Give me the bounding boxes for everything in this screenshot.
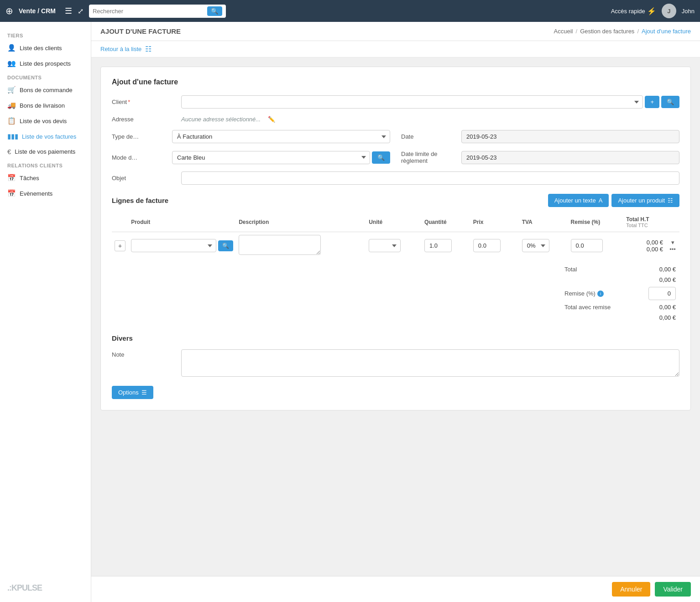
price-input[interactable] [473,239,501,252]
qty-input[interactable] [424,239,452,252]
row-chevron-down[interactable]: ▾ [669,239,677,245]
mode-search-button[interactable]: 🔍 [372,151,390,164]
breadcrumb: Accueil / Gestion des factures / Ajout d… [554,28,691,35]
date-group: Date [401,130,679,143]
th-unite: Unité [366,213,422,232]
mode-select[interactable]: Carte Bleu [172,151,370,164]
devis-icon: 📋 [7,117,16,125]
page-title: AJOUT D'UNE FACTURE [100,27,181,35]
valider-button[interactable]: Valider [655,582,691,597]
sidebar-item-liste-prospects[interactable]: 👥 Liste des prospects [0,56,91,71]
divers-section: Divers Note Options ☰ [112,334,679,399]
sidebar-section-relations: RELATIONS CLIENTS [0,159,91,170]
row-total-ttc: 0,00 € [626,246,663,253]
table-row: + 🔍 [112,232,679,259]
expand-icon[interactable]: ⤢ [78,7,84,16]
breadcrumb-sep-2: / [637,28,639,35]
total-remise-ttc-val: 0,00 € [633,313,679,322]
total-ht-val: 0,00 € [633,265,679,274]
client-select[interactable] [181,95,643,109]
taches-icon: 📅 [7,174,16,182]
search-input[interactable] [93,8,205,15]
date-label: Date [401,133,456,140]
sidebar-item-liste-devis[interactable]: 📋 Liste de vos devis [0,113,91,129]
note-textarea[interactable] [181,349,679,377]
th-description: Description [236,213,366,232]
product-select[interactable] [131,239,216,252]
paiements-icon: € [7,148,11,156]
total-label: Total [562,265,632,274]
adresse-label: Adresse [112,116,176,123]
client-icon: 👤 [7,44,16,52]
ajouter-texte-button[interactable]: Ajouter un texte A [548,194,609,207]
total-row: Total 0,00 € [562,265,679,274]
form-area: Ajout d'une facture Client* + 🔍 [91,57,700,576]
sidebar-item-bons-livraison[interactable]: 🚚 Bons de livraison [0,98,91,113]
remise-info-icon[interactable]: i [597,291,604,297]
back-link[interactable]: Retour à la liste [100,46,141,52]
footer-bar: Annuler Valider [91,576,700,602]
total-ttc-val: 0,00 € [633,275,679,285]
options-button[interactable]: Options ☰ [112,386,153,399]
remise-global-input[interactable] [648,287,676,300]
navbar-right: Accès rapide ⚡ J John [611,4,695,18]
row-more[interactable]: ••• [669,246,677,252]
list-icon: ☷ [145,45,151,53]
client-search-button[interactable]: 🔍 [661,96,679,108]
type-label: Type de… [112,133,167,140]
sidebar-label-liste-prospects: Liste des prospects [20,60,71,67]
texte-icon: A [599,197,603,204]
invoice-table: Produit Description Unité Quantité Prix … [112,213,679,259]
date-limite-group: Date limite de règlement [401,150,679,164]
sidebar-section-tiers: TIERS [0,29,91,40]
sidebar-label-bons-commande: Bons de commande [20,87,73,93]
total-ttc-row: 0,00 € [562,275,679,285]
sidebar-label-liste-factures: Liste de vos factures [22,133,76,140]
note-row: Note [112,349,679,377]
lightning-icon: ⚡ [647,7,656,16]
sidebar-item-evenements[interactable]: 📅 Evènements [0,186,91,201]
client-label: Client* [112,99,176,105]
remise-row: Remise (%) i [562,285,679,301]
tva-select[interactable]: 0% [522,239,549,252]
sidebar-section-documents: DOCUMENTS [0,71,91,82]
sidebar-item-liste-clients[interactable]: 👤 Liste des clients [0,40,91,56]
livraison-icon: 🚚 [7,101,16,109]
sidebar-item-liste-factures[interactable]: ▮▮▮ Liste de vos factures [0,129,91,144]
sidebar-label-evenements: Evènements [20,190,52,197]
back-bar: Retour à la liste ☷ [91,41,700,57]
date-input[interactable] [461,130,679,143]
annuler-button[interactable]: Annuler [612,582,650,597]
sidebar-item-liste-paiements[interactable]: € Liste de vos paiements [0,144,91,159]
add-row-button[interactable]: + [115,240,125,251]
date-limite-input[interactable] [461,151,679,164]
description-input[interactable] [239,235,321,255]
acces-rapide-label: Accès rapide [611,8,645,15]
th-prix: Prix [470,213,519,232]
search-button[interactable]: 🔍 [207,6,222,16]
remise-input[interactable] [571,239,603,252]
menu-icon[interactable]: ☰ [65,6,72,16]
remise-label-cell: Remise (%) i [562,285,632,301]
adresse-row: Adresse Aucune adresse sélectionné... ✏️ [112,116,679,123]
product-search-button[interactable]: 🔍 [218,240,233,251]
avatar[interactable]: J [662,4,676,18]
commande-icon: 🛒 [7,86,16,94]
breadcrumb-gestion[interactable]: Gestion des factures [580,28,634,35]
grid-icon[interactable]: ⊕ [5,5,13,16]
client-add-button[interactable]: + [645,96,659,108]
type-select[interactable]: À Facturation [172,130,390,143]
main-layout: TIERS 👤 Liste des clients 👥 Liste des pr… [0,22,700,602]
acces-rapide[interactable]: Accès rapide ⚡ [611,7,656,16]
sidebar-item-taches[interactable]: 📅 Tâches [0,170,91,186]
breadcrumb-accueil[interactable]: Accueil [554,28,573,35]
sidebar-item-bons-commande[interactable]: 🛒 Bons de commande [0,82,91,98]
total-remise-label: Total avec remise [562,302,632,312]
search-bar: 🔍 [89,5,226,18]
ajouter-produit-button[interactable]: Ajouter un produit ☷ [611,194,679,207]
adresse-edit-icon[interactable]: ✏️ [268,116,275,123]
objet-input[interactable] [181,171,679,185]
total-remise-ht-val: 0,00 € [633,302,679,312]
type-group: Type de… À Facturation [112,130,390,143]
unit-select[interactable] [369,239,401,252]
